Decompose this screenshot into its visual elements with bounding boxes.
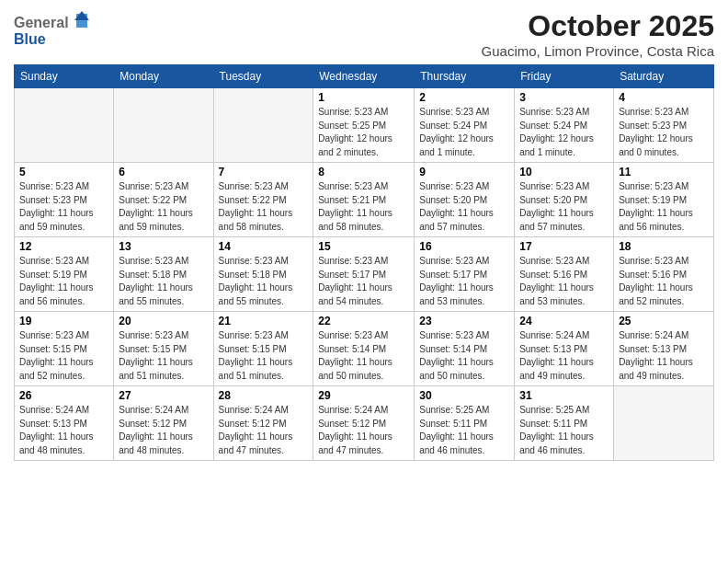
day-number: 10 [519, 166, 609, 178]
day-number: 13 [119, 240, 208, 253]
day-number: 28 [219, 389, 309, 402]
calendar-cell: 14Sunrise: 5:23 AMSunset: 5:18 PMDayligh… [213, 237, 313, 312]
day-info: Sunrise: 5:25 AMSunset: 5:11 PMDaylight:… [419, 404, 509, 457]
day-info: Sunrise: 5:24 AMSunset: 5:12 PMDaylight:… [318, 404, 409, 457]
day-number: 30 [419, 389, 509, 402]
calendar-cell: 27Sunrise: 5:24 AMSunset: 5:12 PMDayligh… [114, 386, 213, 461]
calendar-table: SundayMondayTuesdayWednesdayThursdayFrid… [14, 64, 714, 461]
calendar-cell: 3Sunrise: 5:23 AMSunset: 5:24 PMDaylight… [515, 88, 614, 163]
calendar-cell: 30Sunrise: 5:25 AMSunset: 5:11 PMDayligh… [415, 386, 515, 461]
day-info: Sunrise: 5:23 AMSunset: 5:15 PMDaylight:… [219, 329, 309, 383]
calendar-cell: 5Sunrise: 5:23 AMSunset: 5:23 PMDaylight… [15, 163, 114, 237]
day-number: 29 [318, 389, 409, 402]
calendar-cell: 12Sunrise: 5:23 AMSunset: 5:19 PMDayligh… [15, 237, 114, 312]
day-info: Sunrise: 5:23 AMSunset: 5:17 PMDaylight:… [419, 255, 509, 308]
day-number: 15 [318, 240, 409, 253]
day-info: Sunrise: 5:23 AMSunset: 5:17 PMDaylight:… [318, 255, 409, 308]
day-info: Sunrise: 5:23 AMSunset: 5:19 PMDaylight:… [619, 180, 709, 234]
day-info: Sunrise: 5:23 AMSunset: 5:22 PMDaylight:… [119, 180, 208, 234]
week-row-1: 1Sunrise: 5:23 AMSunset: 5:25 PMDaylight… [15, 88, 714, 163]
day-number: 27 [119, 389, 208, 402]
day-number: 16 [419, 240, 509, 253]
day-info: Sunrise: 5:23 AMSunset: 5:16 PMDaylight:… [619, 255, 709, 308]
day-number: 26 [19, 389, 108, 402]
day-info: Sunrise: 5:23 AMSunset: 5:18 PMDaylight:… [219, 255, 309, 308]
calendar-cell: 1Sunrise: 5:23 AMSunset: 5:25 PMDaylight… [313, 88, 415, 163]
day-info: Sunrise: 5:23 AMSunset: 5:25 PMDaylight:… [318, 106, 409, 159]
calendar-cell: 15Sunrise: 5:23 AMSunset: 5:17 PMDayligh… [313, 237, 415, 312]
weekday-header-thursday: Thursday [415, 65, 515, 88]
weekday-header-wednesday: Wednesday [313, 65, 415, 88]
day-info: Sunrise: 5:23 AMSunset: 5:18 PMDaylight:… [119, 255, 208, 308]
calendar-cell: 17Sunrise: 5:23 AMSunset: 5:16 PMDayligh… [515, 237, 614, 312]
logo-text: General Blue [14, 9, 97, 54]
day-number: 19 [19, 315, 108, 327]
day-number: 2 [419, 91, 509, 104]
day-number: 6 [119, 166, 208, 178]
weekday-header-sunday: Sunday [15, 65, 114, 88]
title-block: October 2025 Guacimo, Limon Province, Co… [482, 9, 714, 59]
weekday-header-row: SundayMondayTuesdayWednesdayThursdayFrid… [15, 65, 714, 88]
day-number: 22 [318, 315, 409, 327]
day-number: 9 [419, 166, 509, 178]
day-info: Sunrise: 5:23 AMSunset: 5:19 PMDaylight:… [19, 255, 108, 308]
day-info: Sunrise: 5:23 AMSunset: 5:15 PMDaylight:… [19, 329, 108, 383]
calendar-cell: 26Sunrise: 5:24 AMSunset: 5:13 PMDayligh… [15, 386, 114, 461]
day-number: 3 [519, 91, 609, 104]
weekday-header-tuesday: Tuesday [213, 65, 313, 88]
day-info: Sunrise: 5:23 AMSunset: 5:15 PMDaylight:… [119, 329, 208, 383]
day-info: Sunrise: 5:23 AMSunset: 5:20 PMDaylight:… [419, 180, 509, 234]
calendar-cell: 23Sunrise: 5:23 AMSunset: 5:14 PMDayligh… [415, 312, 515, 386]
day-number: 8 [318, 166, 409, 178]
page-header: General Blue October 2025 Guacimo, Limon… [14, 9, 714, 59]
day-info: Sunrise: 5:23 AMSunset: 5:24 PMDaylight:… [519, 106, 609, 159]
calendar-cell: 18Sunrise: 5:23 AMSunset: 5:16 PMDayligh… [614, 237, 714, 312]
day-info: Sunrise: 5:23 AMSunset: 5:21 PMDaylight:… [318, 180, 409, 234]
calendar-cell: 13Sunrise: 5:23 AMSunset: 5:18 PMDayligh… [114, 237, 213, 312]
day-number: 25 [619, 315, 709, 327]
calendar-cell: 22Sunrise: 5:23 AMSunset: 5:14 PMDayligh… [313, 312, 415, 386]
week-row-4: 19Sunrise: 5:23 AMSunset: 5:15 PMDayligh… [15, 312, 714, 386]
svg-text:General: General [14, 15, 69, 30]
calendar-cell: 11Sunrise: 5:23 AMSunset: 5:19 PMDayligh… [614, 163, 714, 237]
calendar-cell: 4Sunrise: 5:23 AMSunset: 5:23 PMDaylight… [614, 88, 714, 163]
calendar-cell: 21Sunrise: 5:23 AMSunset: 5:15 PMDayligh… [213, 312, 313, 386]
day-number: 18 [619, 240, 709, 253]
day-info: Sunrise: 5:23 AMSunset: 5:22 PMDaylight:… [219, 180, 309, 234]
svg-text:Blue: Blue [14, 31, 46, 47]
day-number: 20 [119, 315, 208, 327]
calendar-cell: 31Sunrise: 5:25 AMSunset: 5:11 PMDayligh… [515, 386, 614, 461]
calendar-cell: 20Sunrise: 5:23 AMSunset: 5:15 PMDayligh… [114, 312, 213, 386]
day-number: 23 [419, 315, 509, 327]
day-info: Sunrise: 5:23 AMSunset: 5:23 PMDaylight:… [619, 106, 709, 159]
calendar-cell [15, 88, 114, 163]
day-info: Sunrise: 5:23 AMSunset: 5:24 PMDaylight:… [419, 106, 509, 159]
calendar-cell: 19Sunrise: 5:23 AMSunset: 5:15 PMDayligh… [15, 312, 114, 386]
day-number: 1 [318, 91, 409, 104]
day-info: Sunrise: 5:23 AMSunset: 5:23 PMDaylight:… [19, 180, 108, 234]
calendar-cell: 24Sunrise: 5:24 AMSunset: 5:13 PMDayligh… [515, 312, 614, 386]
calendar-cell [213, 88, 313, 163]
calendar-page: General Blue October 2025 Guacimo, Limon… [0, 0, 728, 563]
day-number: 17 [519, 240, 609, 253]
calendar-cell: 2Sunrise: 5:23 AMSunset: 5:24 PMDaylight… [415, 88, 515, 163]
day-info: Sunrise: 5:24 AMSunset: 5:12 PMDaylight:… [219, 404, 309, 457]
weekday-header-friday: Friday [515, 65, 614, 88]
calendar-cell: 29Sunrise: 5:24 AMSunset: 5:12 PMDayligh… [313, 386, 415, 461]
calendar-cell [614, 386, 714, 461]
day-number: 21 [219, 315, 309, 327]
day-number: 11 [619, 166, 709, 178]
calendar-cell: 25Sunrise: 5:24 AMSunset: 5:13 PMDayligh… [614, 312, 714, 386]
calendar-cell: 7Sunrise: 5:23 AMSunset: 5:22 PMDaylight… [213, 163, 313, 237]
day-info: Sunrise: 5:23 AMSunset: 5:14 PMDaylight:… [419, 329, 509, 383]
day-info: Sunrise: 5:23 AMSunset: 5:20 PMDaylight:… [519, 180, 609, 234]
day-info: Sunrise: 5:24 AMSunset: 5:12 PMDaylight:… [119, 404, 208, 457]
weekday-header-monday: Monday [114, 65, 213, 88]
day-number: 31 [519, 389, 609, 402]
day-info: Sunrise: 5:25 AMSunset: 5:11 PMDaylight:… [519, 404, 609, 457]
calendar-cell: 28Sunrise: 5:24 AMSunset: 5:12 PMDayligh… [213, 386, 313, 461]
calendar-cell: 10Sunrise: 5:23 AMSunset: 5:20 PMDayligh… [515, 163, 614, 237]
day-number: 14 [219, 240, 309, 253]
day-info: Sunrise: 5:24 AMSunset: 5:13 PMDaylight:… [519, 329, 609, 383]
calendar-cell [114, 88, 213, 163]
